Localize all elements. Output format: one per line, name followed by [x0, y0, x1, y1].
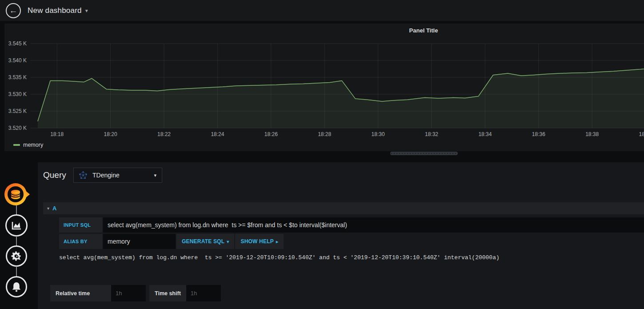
svg-text:3.540 K: 3.540 K [8, 57, 27, 64]
legend-color-swatch [13, 144, 20, 146]
svg-text:18:24: 18:24 [211, 131, 224, 137]
svg-text:18:34: 18:34 [478, 131, 492, 137]
svg-text:3.525 K: 3.525 K [8, 108, 27, 114]
memory-chart-svg: 3.520 K3.525 K3.530 K3.535 K3.540 K3.545… [4, 24, 644, 144]
svg-text:18:20: 18:20 [104, 131, 117, 137]
collapse-caret-icon: ▾ [47, 206, 49, 211]
query-editor-card: Query TDengine ▾ ▾ A INPUT SQL [38, 162, 644, 309]
query-ref-id: A [52, 205, 56, 212]
dashboard-title-menu[interactable]: New dashboard ▾ [28, 6, 88, 15]
chevron-down-icon: ▾ [154, 173, 156, 178]
svg-text:18:22: 18:22 [157, 131, 171, 137]
alias-by-field[interactable] [103, 234, 176, 249]
tab-general[interactable] [6, 245, 27, 267]
show-help-label: SHOW HELP [240, 238, 273, 245]
generate-sql-button[interactable]: GENERATE SQL ▾ [176, 234, 234, 249]
time-options-row: Relative time Time shift [50, 285, 224, 301]
tab-visualization[interactable] [5, 214, 28, 237]
legend-label: memory [23, 142, 43, 148]
generated-sql-text: select avg(mem_system) from log.dn where… [59, 254, 640, 261]
tdengine-logo-icon [79, 171, 87, 179]
svg-text:3.545 K: 3.545 K [8, 40, 27, 47]
input-sql-row: INPUT SQL [59, 217, 644, 233]
svg-text:3.520 K: 3.520 K [8, 125, 27, 131]
relative-time-block: Relative time [50, 285, 146, 301]
tab-connector-line [16, 236, 17, 246]
svg-text:18:26: 18:26 [264, 131, 278, 137]
svg-text:18:28: 18:28 [318, 131, 331, 137]
dashboard-title: New dashboard [28, 6, 82, 15]
legend-item-memory[interactable]: memory [13, 142, 43, 148]
bell-icon [10, 280, 23, 293]
back-button[interactable]: ← [6, 3, 21, 18]
svg-text:3.530 K: 3.530 K [8, 91, 27, 97]
relative-time-label: Relative time [50, 285, 111, 301]
generate-sql-label: GENERATE SQL [182, 238, 224, 245]
tab-connector-line [16, 266, 17, 277]
tab-queries[interactable] [4, 181, 30, 209]
chevron-right-icon: ▸ [276, 239, 278, 244]
query-section-label: Query [43, 170, 66, 180]
datasource-select[interactable]: TDengine ▾ [73, 168, 162, 183]
tab-connector-line [16, 205, 17, 215]
panel-resize-handle[interactable] [390, 152, 458, 155]
time-shift-block: Time shift [149, 285, 221, 301]
top-navbar: ← New dashboard ▾ [0, 0, 644, 21]
graph-panel: Panel Title 3.520 K3.525 K3.530 K3.535 K… [4, 24, 644, 151]
input-sql-label: INPUT SQL [59, 217, 102, 233]
time-shift-input[interactable] [186, 285, 221, 301]
tab-alert[interactable] [6, 276, 27, 297]
gear-wrench-icon [10, 249, 23, 263]
svg-text:3.535 K: 3.535 K [8, 74, 27, 80]
svg-text:18:30: 18:30 [372, 131, 385, 137]
query-ref-header[interactable]: ▾ A [43, 202, 644, 214]
input-sql-field[interactable] [103, 217, 644, 233]
back-arrow-icon: ← [9, 6, 18, 16]
chevron-down-icon: ▾ [227, 239, 229, 244]
show-help-button[interactable]: SHOW HELP ▸ [235, 234, 284, 249]
queries-database-icon [4, 181, 30, 207]
chart-icon [10, 219, 23, 232]
svg-text:18:38: 18:38 [585, 131, 599, 137]
time-shift-label: Time shift [149, 285, 186, 301]
svg-text:18:32: 18:32 [425, 131, 438, 137]
svg-text:18:40: 18:40 [639, 131, 644, 137]
svg-text:18:36: 18:36 [532, 131, 545, 137]
alias-by-row: ALIAS BY GENERATE SQL ▾ SHOW HELP ▸ [59, 234, 644, 249]
relative-time-input[interactable] [111, 285, 146, 301]
alias-by-label: ALIAS BY [59, 234, 102, 249]
datasource-name: TDengine [92, 172, 120, 179]
graph-panel-inner: Panel Title 3.520 K3.525 K3.530 K3.535 K… [4, 24, 644, 151]
grafana-edit-page: ← New dashboard ▾ Panel Title 3.520 K3.5… [0, 0, 644, 309]
chevron-down-icon: ▾ [85, 8, 88, 14]
svg-text:18:18: 18:18 [50, 131, 64, 137]
